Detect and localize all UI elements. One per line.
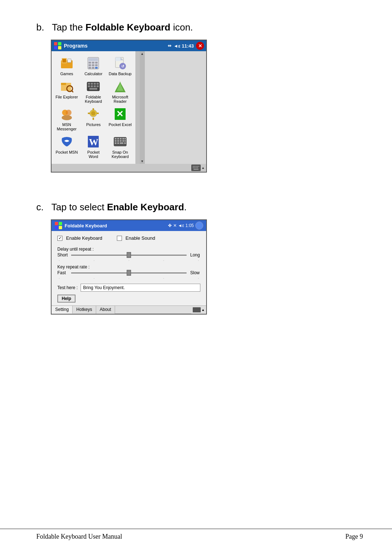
msn-messenger-icon xyxy=(60,107,74,121)
data-backup-label: Data Backup xyxy=(109,72,131,76)
tab-setting[interactable]: Setting xyxy=(52,306,73,314)
section-b-text-before: Tap the xyxy=(52,22,86,33)
svg-rect-15 xyxy=(95,64,98,66)
program-calculator[interactable]: Calculator xyxy=(82,56,105,76)
svg-rect-56 xyxy=(115,140,117,142)
program-snap-on-keyboard[interactable]: Snap OnKeyboard xyxy=(109,135,132,159)
delay-slider-ticks: ..... xyxy=(57,258,200,262)
pictures-label: Pictures xyxy=(86,122,101,127)
svg-rect-54 xyxy=(122,138,124,139)
svg-point-38 xyxy=(66,110,72,116)
taskbar-close-button[interactable]: ✕ xyxy=(196,42,204,50)
fk-taskbar: Foldable Keyboard ✤ ✕ ◄ε 1:05 xyxy=(52,220,206,231)
test-input[interactable]: Bring You Enjoyment. xyxy=(81,284,200,292)
msn-messenger-label: MSNMessenger xyxy=(57,122,77,131)
svg-rect-68 xyxy=(196,166,197,167)
svg-rect-20 xyxy=(115,57,121,61)
svg-rect-53 xyxy=(120,138,122,139)
enable-sound-label: Enable Sound xyxy=(126,235,155,241)
pocket-msn-icon xyxy=(60,135,74,149)
snap-on-keyboard-icon xyxy=(113,135,127,149)
repeat-slider-thumb[interactable] xyxy=(127,270,131,276)
repeat-slider-track[interactable] xyxy=(71,272,187,274)
svg-rect-24 xyxy=(61,83,66,85)
pocket-excel-icon: ✕ xyxy=(113,107,127,121)
program-pocket-excel[interactable]: ✕ Pocket Excel xyxy=(109,107,132,131)
program-microsoft-reader[interactable]: MicrosoftReader xyxy=(109,80,132,104)
svg-rect-67 xyxy=(194,166,195,167)
fk-scroll-up-icon[interactable]: ▲ xyxy=(201,308,205,312)
section-c-heading: c. Tap to select Enable Keyboard. xyxy=(36,202,363,213)
scroll-down-icon[interactable]: ▼ xyxy=(140,159,144,163)
file-explorer-label: File Explorer xyxy=(56,95,78,99)
svg-rect-61 xyxy=(115,142,117,144)
program-pictures[interactable]: Pictures xyxy=(82,107,105,131)
svg-rect-44 xyxy=(88,113,90,114)
tab-about[interactable]: About xyxy=(96,306,115,314)
program-file-explorer[interactable]: File Explorer xyxy=(55,80,78,104)
repeat-slow-label: Slow xyxy=(190,270,200,275)
programs-taskbar: Programs ⇔ ◄ε 11:43 ✕ xyxy=(52,40,206,51)
section-c-label: c. xyxy=(36,202,44,212)
calculator-label: Calculator xyxy=(85,72,103,76)
svg-rect-33 xyxy=(91,85,93,87)
tab-hotkeys[interactable]: Hotkeys xyxy=(73,306,96,314)
section-c-bold: Enable Keyboard xyxy=(107,202,184,212)
program-foldable-keyboard[interactable]: FoldableKeyboard xyxy=(82,80,105,104)
help-button[interactable]: Help xyxy=(57,295,75,303)
svg-rect-69 xyxy=(197,166,198,167)
section-b-label: b. xyxy=(36,22,44,33)
svg-rect-13 xyxy=(89,64,91,66)
fk-title: Foldable Keyboard xyxy=(65,223,107,228)
windows-logo-icon xyxy=(54,42,62,50)
test-section: Test here : Bring You Enjoyment. Help xyxy=(57,284,200,303)
fk-windows-logo-icon xyxy=(54,222,62,230)
scroll-up-icon[interactable]: ▲ xyxy=(140,52,144,56)
program-pocket-msn[interactable]: Pocket MSN xyxy=(55,135,78,159)
delay-slider-thumb[interactable] xyxy=(127,252,131,258)
program-games[interactable]: Games xyxy=(55,56,78,76)
enable-keyboard-checkbox[interactable]: ✓ xyxy=(57,236,62,241)
section-b-text-after: icon. xyxy=(170,22,193,33)
delay-label: Delay until repeat : xyxy=(57,247,200,252)
svg-rect-72 xyxy=(194,167,195,168)
scroll-up-bottom-icon[interactable]: ▲ xyxy=(201,166,205,170)
data-backup-icon: ↺ xyxy=(113,56,127,70)
svg-rect-10 xyxy=(89,62,91,64)
svg-rect-42 xyxy=(93,108,94,110)
foldable-keyboard-icon xyxy=(86,80,100,93)
taskbar-left: Programs xyxy=(54,42,87,50)
program-data-backup[interactable]: ↺ Data Backup xyxy=(109,56,132,76)
fk-taskbar-right: ✤ ✕ ◄ε 1:05 xyxy=(168,222,203,230)
scrollbar[interactable]: ▲ ▼ xyxy=(140,51,145,164)
delay-slider-section: Delay until repeat : Short Long ..... xyxy=(57,247,200,262)
svg-rect-36 xyxy=(89,88,97,90)
svg-rect-73 xyxy=(196,167,197,168)
fk-ok-button[interactable] xyxy=(195,222,203,230)
programs-screen: Programs ⇔ ◄ε 11:43 ✕ xyxy=(36,40,363,173)
delay-slider-track[interactable] xyxy=(71,255,187,256)
program-msn-messenger[interactable]: MSNMessenger xyxy=(55,107,78,131)
svg-rect-63 xyxy=(120,142,123,144)
svg-rect-43 xyxy=(93,118,94,120)
pocket-word-label: PocketWord xyxy=(87,150,100,159)
svg-rect-17 xyxy=(92,67,94,69)
taskbar-time: ◄ε 11:43 xyxy=(173,43,194,49)
enable-sound-checkbox[interactable] xyxy=(117,236,122,241)
svg-rect-74 xyxy=(197,167,198,168)
repeat-slider-row: Fast Slow xyxy=(57,270,200,275)
program-pocket-word[interactable]: W PocketWord xyxy=(82,135,105,159)
pictures-icon xyxy=(86,107,100,121)
svg-rect-52 xyxy=(117,138,119,139)
svg-rect-2 xyxy=(54,46,57,49)
fk-checkboxes-row: ✓ Enable Keyboard Enable Sound xyxy=(57,235,200,241)
svg-rect-60 xyxy=(124,140,126,142)
svg-rect-59 xyxy=(122,140,124,142)
svg-rect-0 xyxy=(54,42,57,45)
svg-rect-34 xyxy=(94,85,96,87)
fk-taskbar-icons: ✤ ✕ ◄ε 1:05 xyxy=(168,223,194,228)
enable-keyboard-label: Enable Keyboard xyxy=(66,235,102,241)
microsoft-reader-label: MicrosoftReader xyxy=(112,95,128,104)
footer-right: Page 9 xyxy=(346,533,363,540)
taskbar-arrows-icon: ⇔ xyxy=(168,43,171,48)
